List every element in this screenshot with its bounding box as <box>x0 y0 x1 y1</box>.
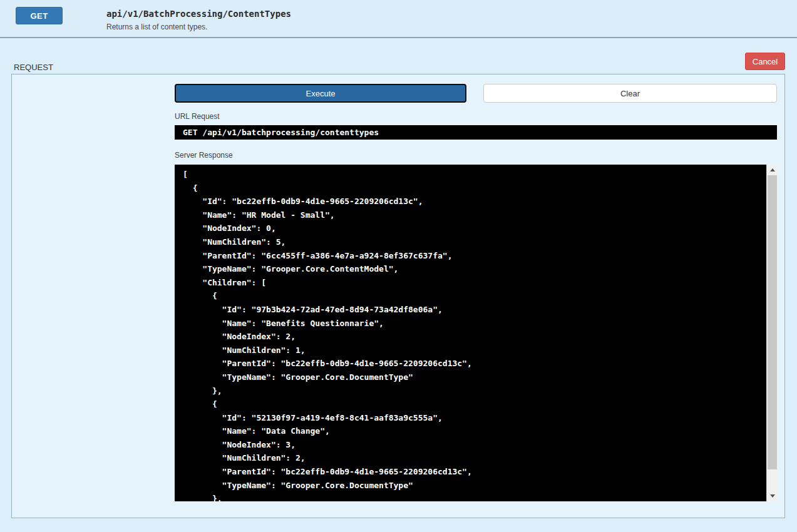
scroll-up-arrow-icon[interactable] <box>767 165 778 175</box>
request-section-label: REQUEST <box>14 63 53 72</box>
console-scrollbar[interactable] <box>766 165 777 501</box>
cancel-button[interactable]: Cancel <box>745 53 785 70</box>
server-response-json: [ { "Id": "bc22effb-0db9-4d1e-9665-22092… <box>175 165 777 501</box>
request-panel: Execute Clear URL Request GET /api/v1/ba… <box>11 74 785 518</box>
api-operation-page: GET api/v1/BatchProcessing/ContentTypes … <box>0 0 797 532</box>
operation-header: GET api/v1/BatchProcessing/ContentTypes … <box>0 0 797 38</box>
endpoint-path: api/v1/BatchProcessing/ContentTypes <box>106 9 291 19</box>
url-request-value: GET /api/v1/batchprocessing/contenttypes <box>175 125 777 140</box>
execute-button[interactable]: Execute <box>175 84 466 103</box>
server-response-console: [ { "Id": "bc22effb-0db9-4d1e-9665-22092… <box>175 165 777 501</box>
url-request-label: URL Request <box>175 112 220 121</box>
endpoint-description: Returns a list of content types. <box>106 23 207 31</box>
clear-button[interactable]: Clear <box>483 84 777 103</box>
server-response-label: Server Response <box>175 151 233 160</box>
get-method-badge[interactable]: GET <box>16 7 63 24</box>
scrollbar-thumb[interactable] <box>768 175 777 469</box>
scroll-down-arrow-icon[interactable] <box>767 491 778 501</box>
